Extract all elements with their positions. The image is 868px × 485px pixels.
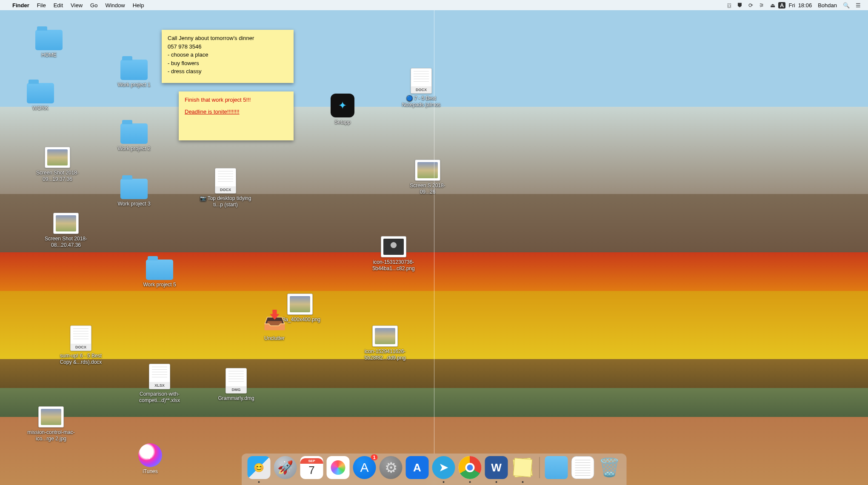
file-screenshot-2[interactable]: Screen Shot 2018-08...20.47.36 [43,213,89,249]
running-indicator-dot [258,481,260,483]
menu-app-name[interactable]: Finder [9,2,33,9]
xlsx-icon: XLSX [149,364,170,389]
menu-file[interactable]: File [33,2,50,9]
file-comparison-xlsx[interactable]: XLSX Comparison-with-competi...d)**.xlsx [128,364,191,404]
comparison-divider [434,10,434,485]
dock-stickies[interactable] [511,456,534,479]
file-mission-control-jpg[interactable]: mission-control-mac-ico...rge 2.jpg [21,406,81,442]
file-sumup-docx[interactable]: DOCX sum-up! 6 - 5 Best Copy &...rds).do… [51,325,111,366]
running-indicator-dot [522,481,524,483]
folder-home[interactable]: HOME [26,26,72,59]
dock-launchpad[interactable]: 🚀 [274,456,297,479]
running-indicator-dot [496,481,497,483]
running-indicator-dot [443,481,445,483]
dock-word[interactable]: W [485,456,508,479]
sticky-note-2[interactable]: Finish that work project 5!!! Deadline i… [179,91,294,140]
sticky-line: - dress classy [168,67,288,76]
dropbox-icon[interactable]: ⌼ [725,2,734,9]
dock-telegram[interactable]: ➤ [432,456,455,479]
file-icon-dd9-png[interactable]: icon-1529411626-5b28f82...dd9.png [353,325,417,362]
menubar-time[interactable]: 18:06 [798,2,815,9]
docx-icon: DOCX [215,168,236,194]
dock-appstore[interactable]: A1 [353,456,376,479]
dock-trash[interactable]: 🗑️ [598,456,621,479]
calendar-month: SEP [300,458,323,464]
dock-photos[interactable] [327,456,350,479]
dock-document-stack[interactable] [571,456,594,479]
image-icon [415,160,440,181]
app-setapp[interactable]: ✦ Setapp [319,94,366,126]
running-indicator-dot [469,481,471,483]
file-top-desktop-tidying-docx[interactable]: DOCX 📷 Top desktop tidying ti...p (start… [196,168,255,208]
calendar-day: 7 [308,464,314,477]
menubar: Finder File Edit View Go Window Help ⌼ ⛊… [0,0,868,10]
menu-view[interactable]: View [67,2,86,9]
file-screenshot-1[interactable]: Screen Shot 2018-09...19.37.36 [34,147,81,183]
dock-separator [540,457,540,478]
menubar-day[interactable]: Fri [785,2,798,9]
docx-icon: DOCX [70,325,91,351]
docx-icon: DOCX [411,68,432,94]
unclutter-icon: 📥 [261,306,288,334]
folder-icon [120,60,148,80]
image-icon [372,325,398,347]
folder-work-project-3[interactable]: Work project 3 [111,174,157,208]
folder-work-project-1[interactable]: Work project 1 [111,55,157,88]
dock-downloads-folder[interactable] [545,456,568,479]
itunes-icon: ♪ [138,443,162,467]
image-icon [53,213,79,234]
dock: 😊🚀SEP7A1⚙A➤W🗑️ [242,454,627,485]
folder-work-project-2[interactable]: Work project 2 [111,119,157,152]
menu-window[interactable]: Window [101,2,128,9]
sync-icon[interactable]: ⟳ [745,2,756,9]
dock-calendar[interactable]: SEP7 [300,456,323,479]
image-icon [45,147,70,168]
sticky-line: 057 978 3546 [168,43,288,51]
menubar-user[interactable]: Bohdan [815,2,840,9]
dock-chrome[interactable] [459,456,482,479]
sticky-line: - choose a place [168,51,288,59]
folder-work[interactable]: WORK [17,79,64,112]
eject-icon[interactable]: ⏏ [767,2,778,9]
setapp-icon: ✦ [331,94,354,117]
image-icon [38,406,64,428]
file-7-5-best-notepads-docx[interactable]: DOCX 🔵 7 - 5 Best Notepads (almos [391,68,451,108]
folder-icon [120,179,148,199]
wifi-icon[interactable]: ⚞ [756,2,767,9]
app-unclutter[interactable]: 📥 Unclutter [251,306,298,342]
folder-icon [35,30,63,50]
notification-center-icon[interactable]: ☰ [853,2,864,9]
file-grammarly-dmg[interactable]: DMG Grammarly.dmg [213,368,260,402]
folder-icon [120,123,148,144]
file-screenshot-3[interactable]: Screen S 2018-09...26 [406,160,449,196]
sticky-line: Finish that work project 5!!! [185,96,288,104]
dmg-icon: DMG [226,368,247,394]
sticky-line: Deadline is tonite!!!!!!!! [185,108,288,116]
notification-badge: 1 [371,454,377,460]
sticky-line: - buy flowers [168,59,288,68]
dock-finder[interactable]: 😊 [248,456,271,479]
folder-work-project-5[interactable]: Work project 5 [136,255,183,288]
image-icon [381,236,406,257]
dock-system-preferences[interactable]: ⚙ [380,456,403,479]
file-icon-c82-png[interactable]: icon-1531230736-5b44ba1...c82.png [362,236,425,272]
sticky-line: Call Jenny about tomorrow's dinner [168,34,288,43]
menu-edit[interactable]: Edit [50,2,67,9]
input-source-badge[interactable]: A [778,2,785,9]
shield-icon[interactable]: ⛊ [734,2,745,9]
menu-help[interactable]: Help [129,2,148,9]
folder-icon [146,260,173,280]
app-itunes[interactable]: ♪ iTunes [138,443,162,474]
menu-go[interactable]: Go [86,2,101,9]
spotlight-icon[interactable]: 🔍 [840,2,853,9]
folder-icon [27,83,54,103]
dock-app-a[interactable]: A [406,456,429,479]
sticky-note-1[interactable]: Call Jenny about tomorrow's dinner 057 9… [162,30,294,83]
